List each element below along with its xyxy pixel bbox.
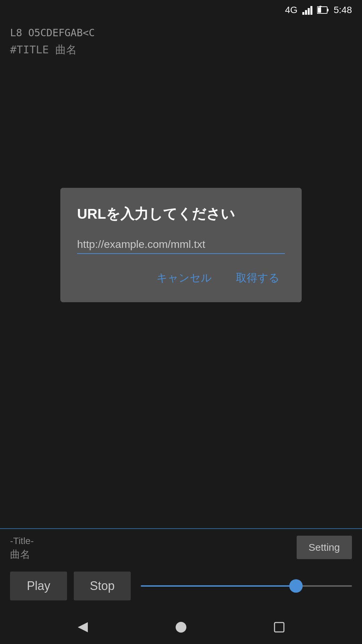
dialog-buttons: キャンセル 取得する bbox=[77, 267, 285, 292]
home-nav-button[interactable] bbox=[174, 621, 188, 634]
bottom-panel: -Title- 曲名 Setting Play Stop bbox=[0, 528, 362, 644]
signal-icon bbox=[302, 5, 312, 15]
play-button[interactable]: Play bbox=[10, 572, 67, 600]
svg-point-10 bbox=[176, 622, 186, 633]
title-line: #TITLE 曲名 bbox=[10, 43, 352, 57]
clock: 5:48 bbox=[334, 5, 352, 15]
svg-rect-3 bbox=[310, 6, 312, 15]
url-dialog: URLを入力してください キャンセル 取得する bbox=[60, 188, 302, 302]
player-controls: Play Stop bbox=[0, 565, 362, 610]
nav-bar bbox=[0, 610, 362, 644]
dialog-title: URLを入力してください bbox=[77, 205, 285, 223]
cancel-button[interactable]: キャンセル bbox=[151, 267, 217, 289]
battery-icon bbox=[317, 6, 329, 14]
svg-rect-2 bbox=[308, 8, 310, 15]
svg-rect-6 bbox=[318, 7, 321, 13]
home-icon bbox=[174, 621, 188, 634]
player-title-label: -Title- bbox=[10, 536, 34, 546]
recents-nav-button[interactable] bbox=[273, 621, 286, 634]
player-title-value: 曲名 bbox=[10, 548, 34, 561]
playback-slider[interactable] bbox=[141, 585, 352, 587]
svg-rect-1 bbox=[305, 10, 307, 15]
confirm-button[interactable]: 取得する bbox=[231, 267, 285, 289]
status-bar-right: 4G 5:48 bbox=[285, 5, 352, 15]
url-input[interactable] bbox=[77, 235, 285, 254]
back-nav-button[interactable] bbox=[76, 621, 89, 634]
back-icon bbox=[76, 621, 89, 634]
player-info: -Title- 曲名 Setting bbox=[0, 529, 362, 565]
setting-button[interactable]: Setting bbox=[297, 536, 352, 559]
svg-marker-9 bbox=[78, 622, 88, 632]
status-bar: 4G 5:48 bbox=[0, 0, 362, 20]
svg-rect-0 bbox=[302, 12, 304, 15]
recents-icon bbox=[273, 621, 286, 634]
svg-rect-11 bbox=[275, 623, 284, 632]
network-indicator: 4G bbox=[285, 5, 297, 15]
slider-container bbox=[137, 585, 352, 587]
player-title-section: -Title- 曲名 bbox=[10, 536, 34, 561]
code-line: L8 O5CDEFGAB<C bbox=[10, 27, 352, 39]
stop-button[interactable]: Stop bbox=[74, 572, 131, 600]
main-content: L8 O5CDEFGAB<C #TITLE 曲名 bbox=[0, 20, 362, 64]
svg-rect-5 bbox=[327, 9, 328, 11]
